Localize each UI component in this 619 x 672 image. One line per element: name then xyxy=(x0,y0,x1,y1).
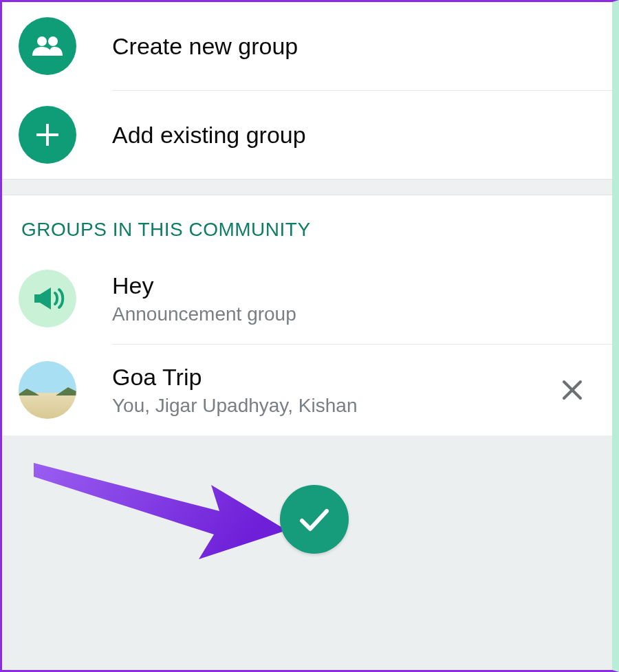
plus-icon xyxy=(19,106,76,164)
add-existing-group-label: Add existing group xyxy=(112,122,306,149)
group-icon xyxy=(19,17,76,75)
group-subtitle: You, Jigar Upadhyay, Kishan xyxy=(112,395,557,417)
svg-point-1 xyxy=(48,36,58,46)
group-row-goa-trip[interactable]: Goa Trip You, Jigar Upadhyay, Kishan xyxy=(2,345,612,435)
create-new-group-row[interactable]: Create new group xyxy=(2,2,612,90)
group-name: Goa Trip xyxy=(112,364,557,391)
megaphone-icon xyxy=(19,270,76,327)
svg-rect-3 xyxy=(36,133,58,136)
create-new-group-label: Create new group xyxy=(112,33,298,60)
group-avatar-photo xyxy=(19,361,76,419)
groups-section-header: GROUPS IN THIS COMMUNITY xyxy=(2,195,612,253)
bottom-panel xyxy=(2,435,612,670)
check-icon xyxy=(298,506,331,533)
add-existing-group-row[interactable]: Add existing group xyxy=(2,91,612,179)
groups-list: Hey Announcement group Goa Trip You, Jig… xyxy=(2,253,612,435)
remove-group-button[interactable] xyxy=(557,375,587,405)
section-separator xyxy=(2,179,612,195)
group-subtitle: Announcement group xyxy=(112,303,596,325)
confirm-fab[interactable] xyxy=(280,485,349,554)
svg-point-0 xyxy=(37,36,47,46)
group-name: Hey xyxy=(112,272,596,299)
group-row-announcement[interactable]: Hey Announcement group xyxy=(2,253,612,344)
top-actions-section: Create new group Add existing group xyxy=(2,2,612,179)
close-icon xyxy=(561,379,583,401)
annotation-arrow-icon xyxy=(27,449,302,600)
